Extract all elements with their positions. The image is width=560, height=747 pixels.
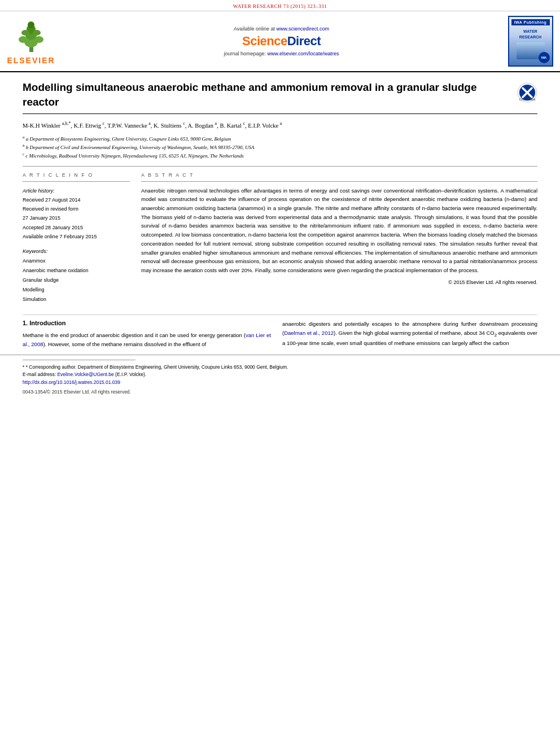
intro-heading: 1. Introduction [23,320,271,326]
wr-logo-title: WATERRESEARCH [519,29,541,40]
section-divider [23,314,537,315]
article-info-divider [23,181,130,182]
svg-point-6 [34,36,43,43]
introduction-section: 1. Introduction Methane is the end produ… [0,320,560,348]
journal-homepage-url[interactable]: www.elsevier.com/locate/watres [268,51,339,56]
article-info-column: A R T I C L E I N F O Article history: R… [23,172,130,305]
accepted-date: Accepted 28 January 2015 [23,223,130,232]
crossmark-icon: CrossMark [517,82,537,103]
keyword-3: Granular sludge [23,276,130,285]
journal-header-bar: WATER RESEARCH 73 (2015) 323–331 [0,0,560,11]
available-online-date: Available online 7 February 2015 [23,232,130,241]
svg-text:CrossMark: CrossMark [519,98,536,101]
water-research-logo: IWA Publishing WATERRESEARCH IWA [506,16,554,67]
van-lier-ref[interactable]: van Lier et al., 2008 [23,332,271,347]
keyword-4: Modelling [23,285,130,295]
intro-left: 1. Introduction Methane is the end produ… [23,320,271,348]
received-revised-date: 27 January 2015 [23,213,130,222]
article-title: Modelling simultaneous anaerobic methane… [23,80,510,109]
sciencedirect-header: Available online at www.sciencedirect.co… [62,16,501,67]
article-history: Article history: Received 27 August 2014… [23,186,130,241]
main-content: Modelling simultaneous anaerobic methane… [0,72,560,310]
abstract-divider [141,181,537,182]
issn-line: 0043-1354/© 2015 Elsevier Ltd. All right… [23,389,537,395]
article-info-heading: A R T I C L E I N F O [23,172,130,178]
sciencedirect-logo-text: ScienceDirect [242,34,321,49]
abstract-text: Anaerobic nitrogen removal technologies … [141,186,537,275]
page: WATER RESEARCH 73 (2015) 323–331 ELSEVIE… [0,0,560,747]
svg-point-4 [28,21,34,28]
elsevier-wordmark: ELSEVIER [7,56,55,65]
available-online-text: Available online at www.sciencedirect.co… [234,26,329,32]
wr-iwa-badge: IWA Publishing [511,19,550,25]
crossmark-logo: CrossMark [517,82,537,104]
keyword-1: Anammox [23,256,130,266]
abstract-heading: A B S T R A C T [141,172,537,178]
intro-left-text: Methane is the end product of anaerobic … [23,331,271,348]
keyword-2: Anaerobic methane oxidation [23,266,130,276]
elsevier-tree-icon [13,18,50,55]
abstract-column: A B S T R A C T Anaerobic nitrogen remov… [141,172,537,305]
article-info-abstract: A R T I C L E I N F O Article history: R… [23,166,537,311]
journal-citation: WATER RESEARCH 73 (2015) 323–331 [233,3,327,9]
svg-point-5 [19,36,28,43]
author-email[interactable]: Eveline.Volcke@UGent.be [57,372,113,377]
received-date: Received 27 August 2014 [23,195,130,204]
copyright-line: © 2015 Elsevier Ltd. All rights reserved… [141,279,537,285]
keywords-list: Anammox Anaerobic methane oxidation Gran… [23,256,130,304]
svg-point-7 [21,30,29,36]
footer: * * Corresponding author. Department of … [0,355,560,397]
elsevier-logo: ELSEVIER [6,16,56,67]
svg-point-8 [33,30,41,36]
daelman-ref[interactable]: Daelman et al., 2012 [284,330,334,336]
journal-homepage-line: journal homepage: www.elsevier.com/locat… [224,51,339,56]
keywords-section: Keywords: Anammox Anaerobic methane oxid… [23,248,130,304]
doi-link[interactable]: http://dx.doi.org/10.1016/j.watres.2015.… [23,379,120,385]
footnote-divider [23,360,135,360]
wr-logo-box: IWA Publishing WATERRESEARCH IWA [508,16,553,67]
corresponding-author-note: * * Corresponding author. Department of … [23,364,537,387]
authors-line: M-K.H Winkler a,b,*, K.F. Ettwig c, T.P.… [23,120,537,130]
iwa-circle-badge: IWA [539,52,550,63]
header: ELSEVIER Available online at www.science… [0,11,560,72]
affiliations: a a Department of Biosystems Engineering… [23,134,537,160]
authors-section: M-K.H Winkler a,b,*, K.F. Ettwig c, T.P.… [23,114,537,163]
intro-right: anaerobic digesters and potentially esca… [282,320,537,348]
keywords-label: Keywords: [23,248,130,254]
history-label: Article history: [23,186,130,195]
received-revised-label: Received in revised form [23,204,130,213]
article-title-section: Modelling simultaneous anaerobic methane… [23,72,537,114]
intro-right-text: anaerobic digesters and potentially esca… [282,320,537,347]
sciencedirect-url[interactable]: www.sciencedirect.com [276,26,329,32]
keyword-5: Simulation [23,295,130,304]
